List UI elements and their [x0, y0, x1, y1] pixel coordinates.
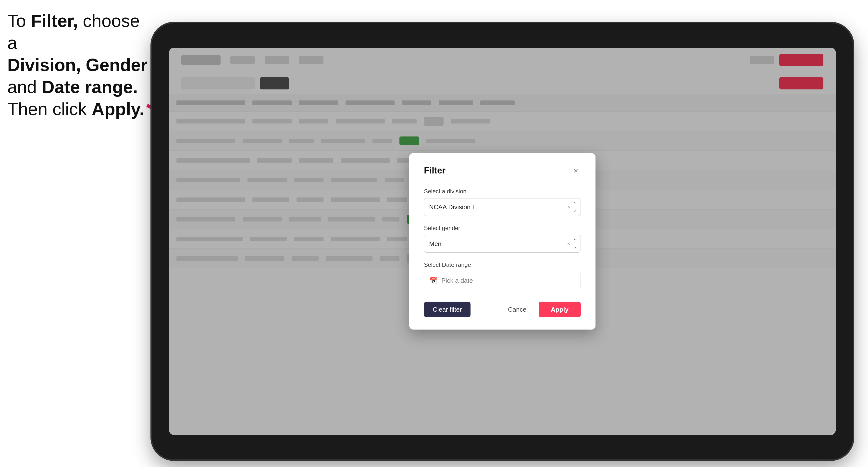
- date-input-wrapper: 📅: [424, 272, 581, 289]
- modal-close-button[interactable]: ×: [571, 166, 581, 176]
- gender-select[interactable]: Men Women Coed: [424, 235, 581, 253]
- modal-footer-actions: Cancel Apply: [503, 302, 581, 317]
- instruction-then: Then click: [7, 99, 92, 119]
- gender-label: Select gender: [424, 225, 581, 231]
- gender-select-wrapper: Men Women Coed × ⌃⌄: [424, 235, 581, 253]
- gender-field-group: Select gender Men Women Coed × ⌃⌄: [424, 225, 581, 253]
- division-select[interactable]: NCAA Division I NCAA Division II NCAA Di…: [424, 198, 581, 216]
- division-label: Select a division: [424, 188, 581, 195]
- division-select-wrapper: NCAA Division I NCAA Division II NCAA Di…: [424, 198, 581, 216]
- instruction-and: and: [7, 77, 42, 97]
- date-field-group: Select Date range 📅: [424, 261, 581, 289]
- division-field-group: Select a division NCAA Division I NCAA D…: [424, 188, 581, 216]
- apply-button[interactable]: Apply: [539, 302, 581, 317]
- modal-overlay: Filter × Select a division NCAA Division…: [169, 48, 836, 435]
- instruction-date-bold: Date range.: [42, 77, 138, 97]
- modal-footer: Clear filter Cancel Apply: [424, 302, 581, 317]
- date-range-input[interactable]: [424, 272, 581, 289]
- filter-modal: Filter × Select a division NCAA Division…: [409, 153, 595, 330]
- tablet-screen: Filter × Select a division NCAA Division…: [169, 48, 836, 435]
- instruction-line1: To: [7, 11, 31, 31]
- instruction-apply-bold: Apply.: [92, 99, 144, 119]
- tablet-device: Filter × Select a division NCAA Division…: [152, 23, 853, 459]
- instruction-division-bold: Division, Gender: [7, 55, 148, 75]
- modal-title: Filter: [424, 165, 445, 176]
- cancel-button[interactable]: Cancel: [503, 306, 533, 313]
- instruction-filter-bold: Filter,: [31, 11, 78, 31]
- instruction-panel: To Filter, choose a Division, Gender and…: [7, 10, 150, 120]
- modal-header: Filter ×: [424, 165, 581, 176]
- clear-filter-button[interactable]: Clear filter: [424, 302, 470, 317]
- date-label: Select Date range: [424, 261, 581, 268]
